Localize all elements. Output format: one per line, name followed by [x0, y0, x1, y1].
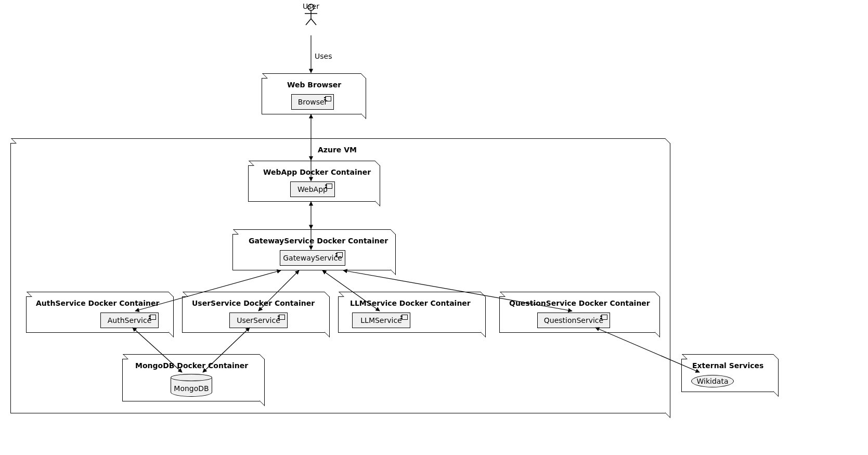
svg-line-12	[322, 270, 380, 311]
svg-line-13	[343, 270, 572, 311]
svg-line-15	[203, 328, 250, 372]
connectors	[0, 0, 868, 455]
svg-line-11	[258, 270, 299, 311]
svg-line-16	[595, 328, 699, 372]
svg-line-10	[135, 270, 281, 311]
svg-line-14	[133, 328, 182, 372]
